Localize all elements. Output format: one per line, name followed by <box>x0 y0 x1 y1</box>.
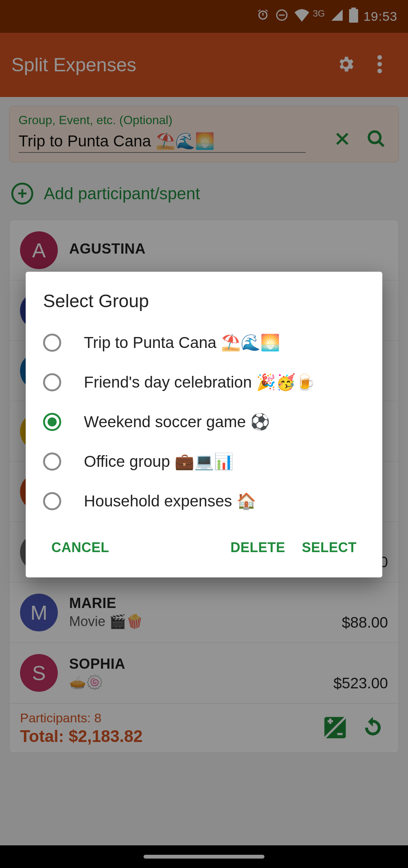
group-option[interactable]: Office group 💼💻📊 <box>26 442 382 481</box>
dialog-cancel-button[interactable]: CANCEL <box>43 534 117 561</box>
radio-icon <box>43 452 61 471</box>
group-option[interactable]: Friend's day celebration 🎉🥳🍺 <box>26 362 382 402</box>
group-option[interactable]: Trip to Punta Cana ⛱️🌊🌅 <box>26 323 382 362</box>
group-option-label: Household expenses 🏠 <box>84 492 256 510</box>
select-group-dialog: Select Group Trip to Punta Cana ⛱️🌊🌅Frie… <box>26 272 382 577</box>
group-option-label: Trip to Punta Cana ⛱️🌊🌅 <box>84 333 280 352</box>
radio-icon <box>43 492 61 510</box>
group-option-label: Friend's day celebration 🎉🥳🍺 <box>84 373 315 391</box>
group-option[interactable]: Weekend soccer game ⚽ <box>26 402 382 442</box>
dialog-title: Select Group <box>26 291 382 323</box>
dialog-delete-button[interactable]: DELETE <box>222 534 294 561</box>
group-option-label: Weekend soccer game ⚽ <box>84 412 270 431</box>
radio-icon <box>43 334 61 352</box>
group-option-label: Office group 💼💻📊 <box>84 452 233 471</box>
radio-icon <box>43 373 61 391</box>
group-option[interactable]: Household expenses 🏠 <box>26 481 382 521</box>
dialog-select-button[interactable]: SELECT <box>294 534 365 561</box>
radio-icon <box>43 413 61 431</box>
